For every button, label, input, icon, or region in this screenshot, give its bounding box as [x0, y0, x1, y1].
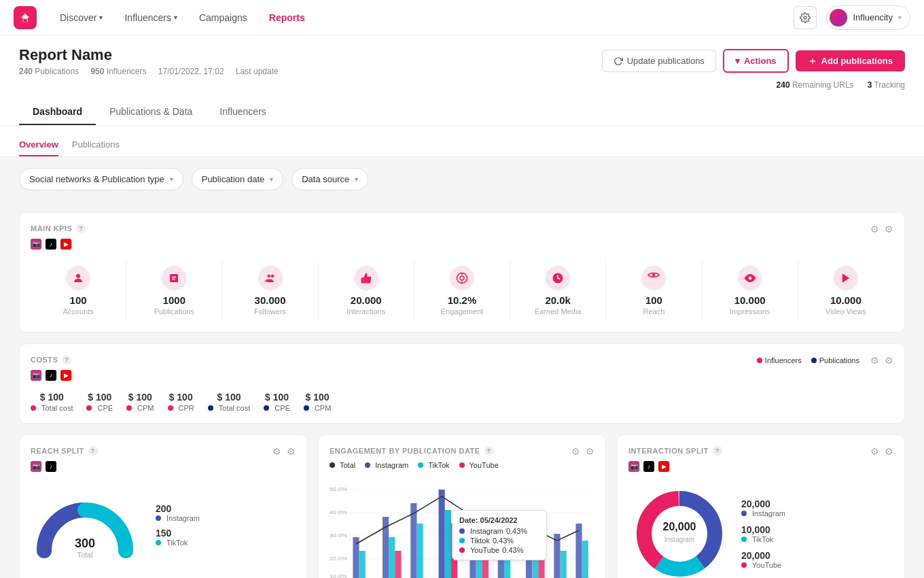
nav-reports[interactable]: Reports	[260, 7, 315, 29]
settings-icon[interactable]: ⚙	[885, 446, 893, 457]
instagram-icon: 📷	[31, 239, 41, 250]
svg-text:40.0%: 40.0%	[330, 509, 347, 515]
sub-tab-overview[interactable]: Overview	[19, 134, 58, 156]
svg-point-11	[460, 276, 464, 280]
svg-text:20.0%: 20.0%	[330, 556, 347, 562]
kpi-earned-media: 20.0k Earned Media	[510, 260, 606, 321]
kpi-card-title: MAIN KPIS ?	[31, 224, 86, 233]
add-publications-button[interactable]: Add publications	[796, 50, 905, 71]
video-views-label: Video Views	[806, 307, 885, 316]
publications-dot	[811, 358, 817, 363]
social-networks-filter[interactable]: Social networks & Publication type ▾	[19, 168, 183, 190]
report-meta: 240 Publications 950 Influencers 17/01/2…	[19, 67, 298, 76]
user-menu[interactable]: Influencity ▾	[826, 5, 910, 30]
engagement-value: 10.2%	[423, 294, 501, 306]
svg-point-4	[76, 274, 80, 278]
nav-influencers[interactable]: Influencers ▾	[115, 7, 186, 29]
tooltip-instagram: Instagram 0.43%	[459, 527, 539, 535]
kpi-video-views: 10.000 Video Views	[798, 260, 893, 321]
tiktok-icon: ♪	[46, 239, 56, 250]
interactions-label: Interactions	[327, 307, 406, 316]
legend-influencers: Influencers	[757, 356, 802, 364]
accounts-value: 100	[39, 294, 118, 306]
tiktok-icon: ♪	[643, 461, 654, 472]
actions-button[interactable]: ▾ Actions	[723, 49, 789, 73]
logo[interactable]	[14, 6, 37, 29]
legend-youtube: YouTube	[459, 461, 499, 469]
svg-rect-31	[359, 551, 366, 578]
instagram-dot	[156, 515, 161, 521]
settings-icon[interactable]: ⚙	[586, 446, 594, 457]
costs-grid: $ 100 Total cost $ 100 CPE $ 100 CPM $ 1…	[31, 392, 893, 412]
video-views-value: 10.000	[806, 294, 885, 306]
cost-dot	[86, 405, 92, 411]
page-header-top: Report Name 240 Publications 950 Influen…	[19, 46, 905, 76]
header-urls: 240 Remaining URLs 3 Tracking	[19, 76, 905, 90]
dashboard-grid: MAIN KPIS ? 📷 ♪ ▶ ⚙ ⚙	[19, 212, 905, 578]
svg-rect-33	[389, 537, 395, 578]
kpi-reach: 100 Reach	[606, 260, 702, 321]
tab-publications-data[interactable]: Publications & Data	[96, 99, 206, 125]
accounts-label: Accounts	[39, 307, 118, 316]
earned-media-value: 20.0k	[518, 294, 597, 306]
nav-discover[interactable]: Discover ▾	[50, 7, 112, 29]
avatar	[830, 9, 847, 27]
instagram-icon: 📷	[31, 461, 41, 472]
tooltip-youtube: YouTube 0.43%	[459, 546, 539, 554]
impressions-label: Impressions	[711, 307, 789, 316]
kpi-header-left: MAIN KPIS ? 📷 ♪ ▶	[31, 224, 86, 250]
filter-icon[interactable]: ⚙	[571, 446, 580, 457]
reach-legend-tiktok: 150 TikTok	[156, 528, 200, 547]
kpi-publications: 1000 Publications	[126, 260, 222, 321]
kpi-accounts: 100 Accounts	[31, 260, 126, 321]
reach-split-header: REACH SPLIT ? 📷 ♪ ⚙ ⚙	[31, 446, 296, 472]
filter-icon[interactable]: ⚙	[870, 224, 879, 235]
tab-influencers[interactable]: Influencers	[206, 99, 279, 125]
kpi-social-icons: 📷 ♪ ▶	[31, 239, 86, 250]
legend-instagram: Instagram	[365, 461, 408, 469]
interactions-icon	[354, 266, 378, 290]
kpi-impressions: 10.000 Impressions	[703, 260, 798, 321]
svg-text:Instagram: Instagram	[664, 536, 694, 543]
data-source-filter[interactable]: Data source ▾	[291, 168, 368, 190]
settings-button[interactable]	[794, 6, 817, 29]
nav-campaigns[interactable]: Campaigns	[190, 7, 257, 29]
svg-text:20,000: 20,000	[663, 521, 696, 532]
tab-dashboard[interactable]: Dashboard	[19, 99, 96, 125]
interaction-toolbar: ⚙ ⚙	[870, 446, 893, 457]
costs-header-left: COSTS ? 📷 ♪ ▶	[31, 355, 71, 381]
engagement-chart-wrap: Date: 05/24/2022 Instagram 0.43% Tiktok …	[330, 483, 594, 578]
settings-icon[interactable]: ⚙	[287, 446, 296, 457]
chevron-down-icon: ▾	[898, 14, 902, 21]
publications-label: Publications	[135, 307, 213, 316]
influencers-count: 950 Influencers	[90, 67, 146, 76]
interaction-legend: 20,000 Instagram 10,000 TikTok	[741, 498, 785, 569]
svg-rect-0	[23, 18, 26, 22]
cost-sub: Total cost	[208, 404, 250, 412]
filter-icon[interactable]: ⚙	[870, 446, 879, 457]
cost-influencer-cpe: $ 100 CPE	[86, 392, 113, 412]
info-icon: ?	[88, 446, 98, 456]
interaction-donut-svg: 20,000 Instagram	[628, 483, 730, 578]
cost-dot	[264, 405, 269, 411]
publication-date-filter[interactable]: Publication date ▾	[192, 168, 284, 190]
main-content: MAIN KPIS ? 📷 ♪ ▶ ⚙ ⚙	[0, 212, 924, 578]
info-icon: ?	[484, 446, 494, 456]
reach-split-header-left: REACH SPLIT ? 📷 ♪	[31, 446, 98, 472]
info-icon: ?	[62, 355, 71, 364]
chevron-down-icon: ▾	[174, 14, 177, 21]
nav-right: Influencity ▾	[794, 5, 910, 30]
earned-media-icon	[546, 266, 570, 290]
cost-influencer-total: $ 100 Total cost	[31, 392, 73, 412]
cost-pub-cpe: $ 100 CPE	[264, 392, 290, 412]
filter-icon[interactable]: ⚙	[870, 355, 879, 366]
update-publications-button[interactable]: Update publications	[602, 50, 716, 72]
settings-icon[interactable]: ⚙	[885, 355, 893, 366]
svg-point-1	[804, 16, 806, 19]
settings-icon[interactable]: ⚙	[885, 224, 893, 235]
engagement-toolbar: ⚙ ⚙	[571, 446, 594, 457]
tiktok-dot	[156, 540, 161, 545]
costs-legend: Influencers Publications	[757, 356, 859, 364]
sub-tab-publications[interactable]: Publications	[72, 134, 120, 156]
filter-icon[interactable]: ⚙	[272, 446, 281, 457]
